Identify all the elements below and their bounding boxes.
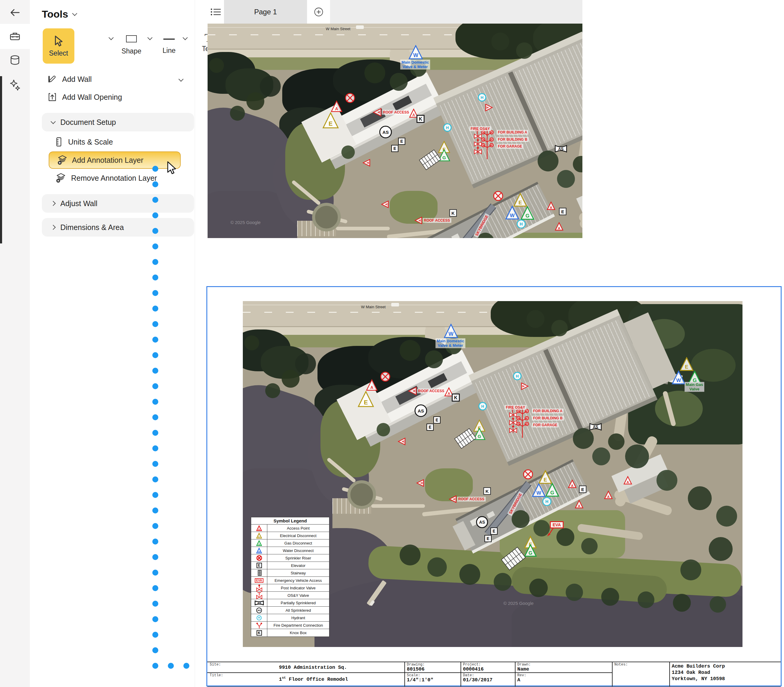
- chevron-down-icon: [72, 11, 77, 16]
- trail-dot: [152, 461, 158, 467]
- shape-tool-label: Shape: [122, 47, 141, 55]
- select-dropdown-chevron-icon[interactable]: [109, 35, 114, 40]
- map-label[interactable]: FOR BUILDING B: [497, 137, 529, 142]
- map-marker-triangle-W[interactable]: W: [505, 205, 519, 220]
- svg-text:W: W: [413, 52, 418, 58]
- document-setup-label: Document Setup: [60, 118, 116, 127]
- tools-header[interactable]: Tools: [42, 8, 76, 20]
- map-marker-box-E[interactable]: E: [398, 138, 405, 145]
- rail-item-data[interactable]: [0, 48, 30, 73]
- trail-dot: [152, 647, 158, 653]
- trail-dot: [152, 259, 158, 265]
- map-marker-triangle-G[interactable]: G: [520, 206, 534, 220]
- trail-dot: [152, 399, 158, 405]
- map-marker-triangle-A[interactable]: A: [381, 201, 389, 209]
- group-adjust-wall[interactable]: Adjust Wall: [42, 194, 194, 213]
- add-annotation-layer-item[interactable]: Add Annotation Layer: [49, 151, 181, 169]
- trail-dot: [168, 663, 174, 669]
- title-label: Title:: [210, 673, 223, 677]
- left-icon-rail: [0, 0, 30, 687]
- trail-dot: [152, 321, 158, 327]
- add-annotation-layer-label: Add Annotation Layer: [72, 156, 143, 164]
- map-marker-hydrant[interactable]: H: [517, 220, 526, 228]
- remove-annotation-layer-item[interactable]: Remove Annotation Layer: [56, 173, 184, 183]
- map-marker-all-sprinklered[interactable]: AS: [379, 126, 392, 138]
- add-wall-opening-item[interactable]: Add Wall Opening: [47, 92, 184, 102]
- title-block: Site:9910 Administration Sq.Title:1st Fl…: [207, 287, 781, 687]
- map-label[interactable]: SKYBRIDGE: [473, 213, 490, 238]
- dimensions-area-chevron-icon: [51, 225, 56, 230]
- add-wall-item[interactable]: Add Wall: [47, 74, 184, 84]
- canvas-map-preview[interactable]: W Main StreetWMain Domestic Valve & Mete…: [207, 24, 582, 238]
- map-label[interactable]: Main Domestic Valve & Meter: [400, 60, 430, 70]
- map-marker-triangle-A[interactable]: A: [373, 108, 382, 117]
- map-label[interactable]: ROOF ACCESS: [422, 218, 451, 223]
- add-page-button[interactable]: [307, 0, 330, 24]
- map-marker-box-E[interactable]: E: [559, 208, 567, 215]
- map-marker-triangle-A[interactable]: A: [330, 100, 343, 112]
- map-marker-box-K[interactable]: K: [417, 115, 425, 123]
- page-list-button[interactable]: [207, 0, 224, 24]
- title-block-line: [404, 662, 405, 687]
- back-button[interactable]: [0, 0, 30, 25]
- map-marker-sprinkler-riser[interactable]: [493, 191, 503, 201]
- map-label[interactable]: FOR GARAGE: [497, 144, 523, 149]
- map-label: © 2025 Google: [229, 220, 261, 225]
- map-marker-triangle-W[interactable]: W: [408, 45, 423, 60]
- document-page[interactable]: W Main StreetWMain Domestic Valve & Mete…: [206, 286, 782, 686]
- group-dimensions-area[interactable]: Dimensions & Area: [42, 218, 194, 237]
- shape-tool-button[interactable]: Shape: [120, 33, 143, 55]
- select-tool-button[interactable]: Select: [43, 28, 74, 64]
- trail-dot: [152, 632, 158, 638]
- trail-dot: [152, 492, 158, 498]
- tools-panel: Tools Select Shape Line T Text: [30, 0, 195, 687]
- map-marker-triangle-A[interactable]: A: [555, 222, 564, 231]
- drawing-label: Drawing:: [407, 662, 425, 667]
- tab-page-1[interactable]: Page 1: [224, 0, 307, 24]
- map-marker-triangle-E[interactable]: E: [513, 193, 528, 207]
- trail-dot: [152, 616, 158, 622]
- rail-item-tools[interactable]: [0, 24, 30, 49]
- line-tool-button[interactable]: Line: [158, 33, 181, 55]
- map-marker-triangle-A[interactable]: A: [414, 217, 422, 225]
- site-value: 9910 Administration Sq.: [279, 665, 347, 670]
- map-label[interactable]: FOR BUILDING A: [497, 130, 528, 135]
- map-marker-hydrant[interactable]: H: [443, 123, 452, 132]
- cursor-icon: [53, 35, 64, 48]
- map-marker-box-K[interactable]: K: [449, 209, 457, 217]
- group-document-setup[interactable]: Document Setup: [42, 113, 194, 131]
- title-block-line: [207, 672, 612, 673]
- map-marker-box-E[interactable]: E: [391, 145, 398, 152]
- rail-item-assist[interactable]: [0, 72, 30, 97]
- back-arrow-icon: [9, 7, 21, 18]
- date-label: Date:: [463, 673, 474, 677]
- rev-label: Rev:: [517, 673, 526, 677]
- add-wall-chevron-icon[interactable]: [179, 77, 184, 82]
- tab-bar-empty-space: [330, 0, 582, 24]
- map-marker-sprinkler-riser[interactable]: [345, 93, 355, 104]
- trail-dot: [152, 368, 158, 374]
- line-dropdown-chevron-icon[interactable]: [183, 35, 188, 40]
- map-marker-triangle-E[interactable]: E: [322, 112, 339, 129]
- annotation-layer: W Main StreetWMain Domestic Valve & Mete…: [207, 24, 582, 238]
- shape-dropdown-chevron-icon[interactable]: [148, 35, 153, 40]
- tab-page-1-label: Page 1: [254, 8, 277, 16]
- units-scale-item[interactable]: Units & Scale: [54, 137, 183, 147]
- app-window: Tools Select Shape Line T Text: [0, 0, 784, 687]
- map-label[interactable]: W Main Street: [325, 26, 352, 31]
- map-marker-triangle-A[interactable]: A: [485, 104, 493, 112]
- map-marker-partially-sprinklered[interactable]: AS: [555, 145, 567, 153]
- mouse-cursor: [167, 161, 178, 175]
- title-block-line: [207, 662, 781, 662]
- wall-pen-icon: [47, 74, 58, 84]
- svg-text:A: A: [377, 111, 381, 113]
- map-marker-triangle-A[interactable]: A: [363, 159, 371, 167]
- sparkles-icon: [9, 79, 21, 91]
- wall-opening-icon: [47, 92, 58, 102]
- adjust-wall-chevron-icon: [51, 201, 56, 206]
- map-label[interactable]: ROOF ACCESS: [382, 110, 410, 115]
- map-marker-triangle-A[interactable]: A: [547, 201, 556, 210]
- map-label[interactable]: FIRE OS&Y: [470, 127, 491, 131]
- page-list-icon: [210, 6, 222, 18]
- map-marker-hydrant[interactable]: H: [478, 93, 486, 102]
